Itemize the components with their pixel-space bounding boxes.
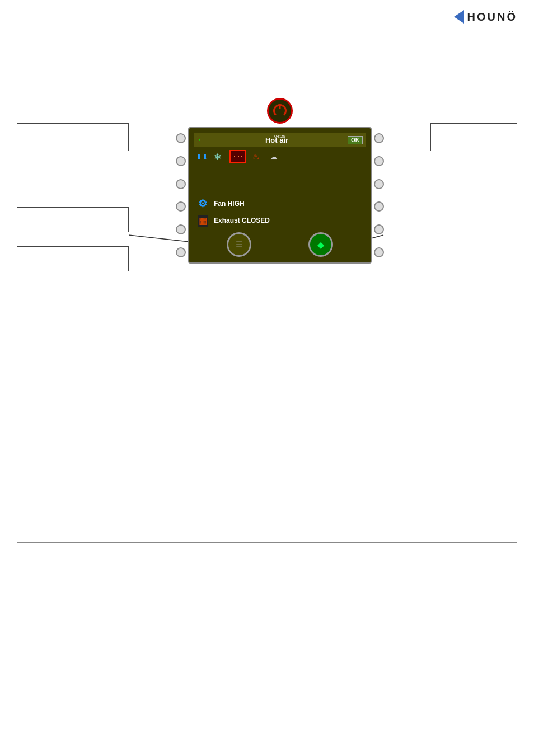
fan-status-text: Fan HIGH [214,200,245,208]
logo-text: HOUNÖ [467,11,517,24]
left-circle-3[interactable] [176,179,186,189]
power-button-row [174,98,386,124]
time-display: 04:29 [274,134,285,139]
fan-icon: ⚙ [195,198,210,210]
right-circle-5[interactable] [374,224,384,234]
device-screen: ← 04:29 Hot air OK ⬇⬇ ❄ 〰 [188,127,372,264]
left-circle-6[interactable] [176,247,186,257]
right-label-box-1 [430,123,517,151]
right-circle-1[interactable] [374,133,384,143]
left-label-box-2 [17,207,129,232]
power-button[interactable] [267,98,293,124]
empty-row-1 [194,166,366,181]
mode-icon-fan[interactable]: ❄ [212,150,228,163]
left-circle-4[interactable] [176,201,186,212]
right-circle-6[interactable] [374,247,384,257]
left-label-box-1 [17,123,129,151]
right-circle-3[interactable] [374,179,384,189]
screen-bottom-buttons: ☰ ◆ [194,229,366,258]
back-button[interactable]: ← [197,135,206,145]
diamond-button[interactable]: ◆ [308,232,333,257]
mode-icons-row: ⬇⬇ ❄ 〰 ♨ ☁ [194,149,366,165]
mode-icon-cloud[interactable]: ☁ [265,150,282,163]
fan-status-row: ⚙ Fan HIGH [194,195,366,212]
fan-svg-icon: ❄ [213,151,227,163]
exhaust-status-row: ▦ Exhaust CLOSED [194,212,366,229]
logo-arrow-icon [454,10,464,24]
mode-icon-down-arrows[interactable]: ⬇⬇ [194,150,210,163]
right-circle-buttons [372,127,386,264]
right-circle-2[interactable] [374,156,384,166]
svg-text:❄: ❄ [214,152,221,162]
top-description-box [17,45,517,77]
left-circle-1[interactable] [176,133,186,143]
exhaust-icon: ▦ [195,214,210,227]
logo-area: HOUNÖ [454,10,517,24]
device-panel: ← 04:29 Hot air OK ⬇⬇ ❄ 〰 [174,98,386,264]
left-circle-buttons [174,127,188,264]
power-icon [273,104,287,118]
exhaust-status-text: Exhaust CLOSED [214,217,270,224]
left-label-box-3 [17,246,129,271]
right-circle-4[interactable] [374,201,384,212]
mode-icon-steam[interactable]: ♨ [247,150,264,163]
mode-icon-hot-air[interactable]: 〰 [229,150,246,163]
main-screen-row: ← 04:29 Hot air OK ⬇⬇ ❄ 〰 [174,127,386,264]
left-circle-2[interactable] [176,156,186,166]
screen-header: ← 04:29 Hot air OK [194,133,366,147]
list-button[interactable]: ☰ [227,232,251,257]
bottom-description-box [17,420,517,543]
ok-button[interactable]: OK [348,136,363,144]
empty-row-2 [194,181,366,195]
left-circle-5[interactable] [176,224,186,234]
